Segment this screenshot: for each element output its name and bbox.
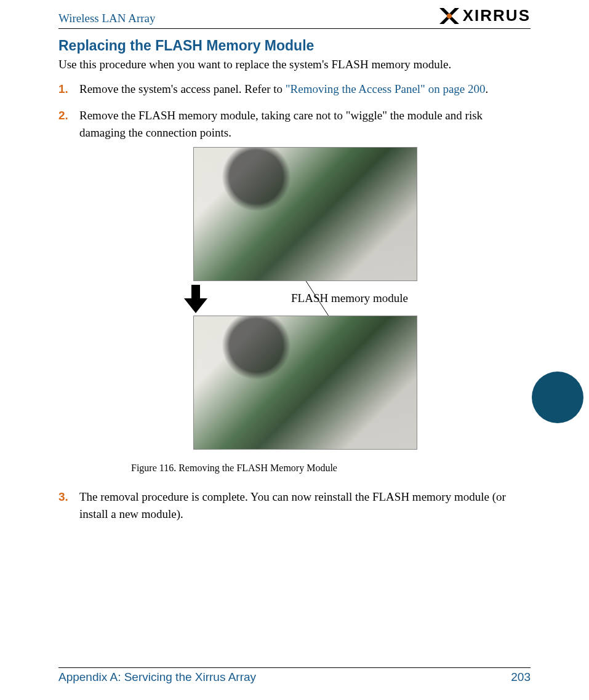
- cross-reference-link[interactable]: "Removing the Access Panel" on page 200: [286, 82, 486, 95]
- step-text-tail: .: [486, 82, 489, 95]
- step-3: 3. The removal procedure is complete. Yo…: [79, 488, 531, 522]
- step-number: 2.: [58, 107, 68, 124]
- figure-callout-label: FLASH memory module: [291, 290, 408, 307]
- thumb-tab-marker: [532, 372, 583, 423]
- svg-point-0: [447, 14, 452, 18]
- figure-photo-bottom: [193, 316, 417, 450]
- svg-rect-3: [191, 285, 200, 298]
- running-header: Wireless LAN Array: [58, 12, 156, 25]
- step-text: Remove the system's access panel. Refer …: [79, 82, 286, 95]
- section-title: Replacing the FLASH Memory Module: [58, 38, 531, 54]
- footer-page-number: 203: [511, 670, 531, 684]
- xirrus-mark-icon: [439, 8, 459, 24]
- figure-photo-top: [193, 147, 417, 281]
- brand-logo-text: XIRRUS: [463, 6, 531, 25]
- step-text: The removal procedure is complete. You c…: [79, 490, 506, 520]
- step-text: Remove the FLASH memory module, taking c…: [79, 109, 483, 139]
- step-number: 1.: [58, 81, 68, 98]
- step-1: 1. Remove the system's access panel. Ref…: [79, 81, 531, 98]
- footer-appendix: Appendix A: Servicing the Xirrus Array: [58, 670, 256, 684]
- header-rule: [58, 28, 531, 29]
- step-number: 3.: [58, 488, 68, 506]
- step-2: 2. Remove the FLASH memory module, takin…: [79, 107, 531, 475]
- figure-caption: Figure 116. Removing the FLASH Memory Mo…: [131, 461, 337, 475]
- brand-logo: XIRRUS: [439, 6, 531, 25]
- svg-marker-4: [184, 298, 207, 313]
- footer-rule: [58, 667, 531, 668]
- section-intro: Use this procedure when you want to repl…: [58, 57, 531, 73]
- arrow-down-icon: [184, 285, 207, 313]
